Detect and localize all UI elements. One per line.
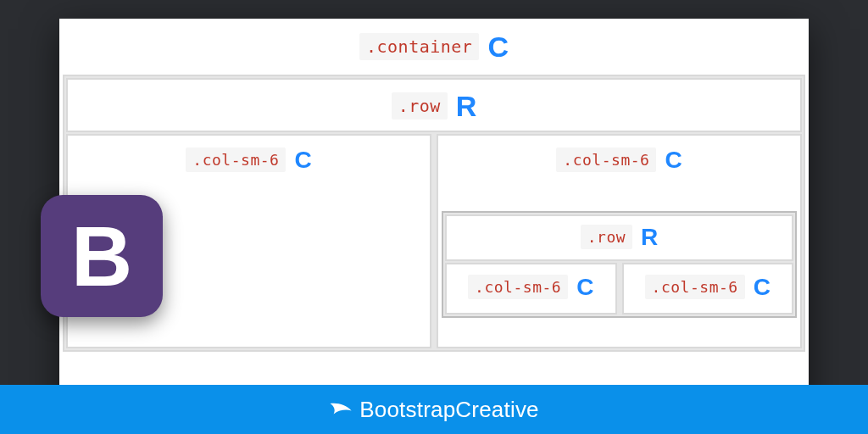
nested-col-left-class-chip: .col-sm-6 — [468, 275, 568, 299]
footer-brand-text: BootstrapCreative — [359, 397, 539, 423]
container-letter: C — [487, 32, 509, 61]
col-left-label: .col-sm-6 C — [68, 136, 430, 189]
container-box: .container C .row R .col-sm-6 C — [59, 19, 809, 352]
container-class-chip: .container — [359, 33, 479, 60]
col-left-letter: C — [294, 148, 311, 172]
col-left-class-chip: .col-sm-6 — [186, 147, 286, 172]
nested-row-class-chip: .row — [581, 225, 632, 249]
col-right-label: .col-sm-6 C — [438, 136, 800, 189]
nested-columns-wrapper: .col-sm-6 C .col-sm-6 C — [443, 263, 795, 316]
bootstrap-logo-badge: B — [41, 195, 163, 317]
columns-wrapper: .col-sm-6 C .col-sm-6 C .row — [64, 134, 804, 350]
nested-col-right: .col-sm-6 C — [622, 263, 794, 314]
nested-col-right-letter: C — [754, 275, 771, 299]
row-label: .row R — [66, 78, 802, 132]
footer-bar: BootstrapCreative — [0, 385, 868, 434]
col-right-body — [438, 189, 800, 211]
nested-col-right-label: .col-sm-6 C — [624, 264, 793, 313]
diagram-stage: .container C .row R .col-sm-6 C — [59, 19, 809, 434]
container-label: .container C — [61, 20, 807, 71]
row-class-chip: .row — [392, 92, 448, 120]
row-box: .row R .col-sm-6 C .col-sm-6 C — [63, 75, 805, 352]
row-letter: R — [456, 92, 477, 120]
nested-col-left-label: .col-sm-6 C — [447, 264, 615, 313]
nested-col-right-class-chip: .col-sm-6 — [645, 275, 745, 299]
col-right: .col-sm-6 C .row R .col-sm-6 — [437, 134, 802, 348]
col-right-class-chip: .col-sm-6 — [556, 147, 656, 172]
bootstrap-logo-letter: B — [71, 214, 132, 298]
nested-row-box: .row R .col-sm-6 C — [442, 211, 797, 318]
nested-row-label: .row R — [445, 214, 793, 261]
nested-row-letter: R — [641, 225, 658, 249]
nested-col-left: .col-sm-6 C — [445, 263, 617, 314]
col-right-letter: C — [665, 148, 682, 172]
nested-col-left-letter: C — [576, 275, 593, 299]
brand-wing-icon — [329, 400, 353, 419]
